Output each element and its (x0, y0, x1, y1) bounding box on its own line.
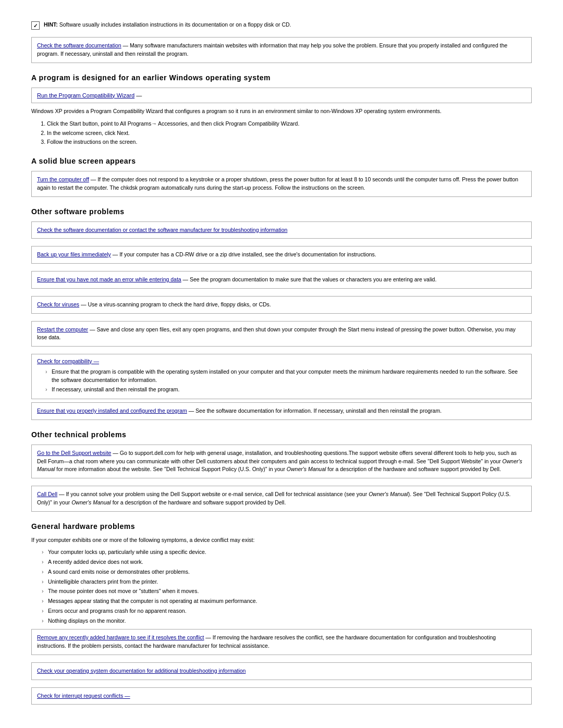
section1-body: Windows XP provides a Program Compatibil… (31, 107, 532, 116)
symptom-2: A recently added device does not work. (42, 558, 532, 566)
dell-support-text2: for more information about the website. … (55, 466, 286, 472)
ensure-installed-box: Ensure that you properly installed and c… (31, 402, 532, 420)
remove-hardware-link[interactable]: Remove any recently added hardware to se… (37, 634, 204, 640)
hint-container: ✓ HINT: Software usually includes instal… (31, 21, 532, 30)
section-technical-problems: Other technical problems Go to the Dell … (31, 429, 532, 512)
step-3: Follow the instructions on the screen. (47, 138, 532, 146)
ensure-no-error-dash: — See the program documentation to make … (181, 276, 437, 282)
ensure-installed-dash: — See the software documentation for inf… (187, 408, 442, 414)
call-dell-italic2: Owner's Manual (71, 499, 111, 505)
call-dell-text3: for a description of the hardware and so… (111, 499, 286, 505)
symptom-6: Messages appear stating that the compute… (42, 597, 532, 606)
section-earlier-windows: A program is designed for an earlier Win… (31, 72, 532, 147)
section-hardware-problems: General hardware problems If your comput… (31, 521, 532, 705)
dell-support-text3: for a description of the hardware and so… (326, 466, 501, 472)
ensure-installed-link[interactable]: Ensure that you properly installed and c… (37, 408, 187, 414)
dell-support-link[interactable]: Go to the Dell Support website (37, 450, 111, 456)
turn-off-link[interactable]: Turn the computer off (37, 176, 89, 182)
check-viruses-link[interactable]: Check for viruses (37, 301, 79, 307)
hardware-symptoms-list: Your computer locks up, particularly whi… (42, 548, 532, 625)
section1-steps: Click the Start button, point to All Pro… (47, 120, 532, 146)
step-1: Click the Start button, point to All Pro… (47, 120, 532, 128)
section4-heading: Other technical problems (31, 429, 532, 440)
check-compat-link[interactable]: Check for compatibility — (37, 358, 99, 364)
section2-heading: A solid blue screen appears (31, 156, 532, 167)
restart-computer-box: Restart the computer — Save and close an… (31, 321, 532, 347)
section-blue-screen: A solid blue screen appears Turn the com… (31, 156, 532, 197)
check-doc-contact-box: Check the software documentation or cont… (31, 221, 532, 239)
restart-computer-link[interactable]: Restart the computer (37, 326, 88, 332)
call-dell-link[interactable]: Call Dell (37, 491, 57, 497)
section3-heading: Other software problems (31, 206, 532, 217)
dell-support-italic2: Owner's Manual (287, 466, 326, 472)
symptom-8: Nothing displays on the monitor. (42, 617, 532, 625)
restart-computer-dash: — Save and close any open files, exit an… (37, 326, 516, 341)
check-viruses-box: Check for viruses — Use a virus-scanning… (31, 296, 532, 314)
call-dell-text1: — If you cannot solve your problem using… (57, 491, 369, 497)
compat-bullet-2: If necessary, uninstall and then reinsta… (45, 386, 526, 394)
wizard-link[interactable]: Run the Program Compatibility Wizard (37, 92, 134, 98)
backup-files-box: Back up your files immediately — If your… (31, 246, 532, 264)
hint-text: HINT: Software usually includes installa… (44, 21, 291, 29)
backup-files-link[interactable]: Back up your files immediately (37, 251, 111, 257)
check-os-doc-link[interactable]: Check your operating system documentatio… (37, 668, 246, 674)
check-irq-box: Check for interrupt request conflicts — (31, 687, 532, 705)
section1-heading: A program is designed for an earlier Win… (31, 72, 532, 83)
remove-hardware-box: Remove any recently added hardware to se… (31, 629, 532, 655)
check-compat-box: Check for compatibility — Ensure that th… (31, 354, 532, 399)
hint-body: Software usually includes installation i… (58, 21, 291, 28)
section5-intro: If your computer exhibits one or more of… (31, 536, 532, 545)
ensure-no-error-link[interactable]: Ensure that you have not made an error w… (37, 276, 181, 282)
compat-bullet-1: Ensure that the program is compatible wi… (45, 368, 526, 385)
symptom-4: Unintelligible characters print from the… (42, 578, 532, 586)
check-os-doc-box: Check your operating system documentatio… (31, 662, 532, 680)
symptom-1: Your computer locks up, particularly whi… (42, 548, 532, 557)
check-software-box: Check the software documentation — Many … (31, 37, 532, 63)
call-dell-box: Call Dell — If you cannot solve your pro… (31, 486, 532, 512)
wizard-link-box: Run the Program Compatibility Wizard — (31, 88, 532, 104)
turn-off-dash: — If the computer does not respond to a … (37, 176, 518, 191)
dell-support-box: Go to the Dell Support website — Go to s… (31, 445, 532, 478)
hint-label: HINT: (44, 21, 58, 28)
section-software-problems: Other software problems Check the softwa… (31, 206, 532, 420)
compat-bullets: Ensure that the program is compatible wi… (45, 368, 526, 394)
section5-heading: General hardware problems (31, 521, 532, 532)
call-dell-italic1: Owner's Manual (369, 491, 408, 497)
check-irq-link[interactable]: Check for interrupt request conflicts — (37, 693, 130, 699)
backup-files-dash: — If your computer has a CD-RW drive or … (111, 251, 376, 257)
blue-screen-box: Turn the computer off — If the computer … (31, 171, 532, 197)
wizard-dash: — (134, 92, 142, 98)
symptom-7: Errors occur and programs crash for no a… (42, 607, 532, 615)
step-2: In the welcome screen, click Next. (47, 129, 532, 138)
check-viruses-dash: — Use a virus-scanning program to check … (79, 301, 271, 307)
check-doc-contact-link[interactable]: Check the software documentation or cont… (37, 227, 287, 233)
check-software-link[interactable]: Check the software documentation (37, 42, 121, 48)
symptom-3: A sound card emits noise or demonstrates… (42, 568, 532, 576)
ensure-no-error-box: Ensure that you have not made an error w… (31, 271, 532, 289)
hint-icon: ✓ (31, 21, 40, 30)
symptom-5: The mouse pointer does not move or "stut… (42, 587, 532, 596)
